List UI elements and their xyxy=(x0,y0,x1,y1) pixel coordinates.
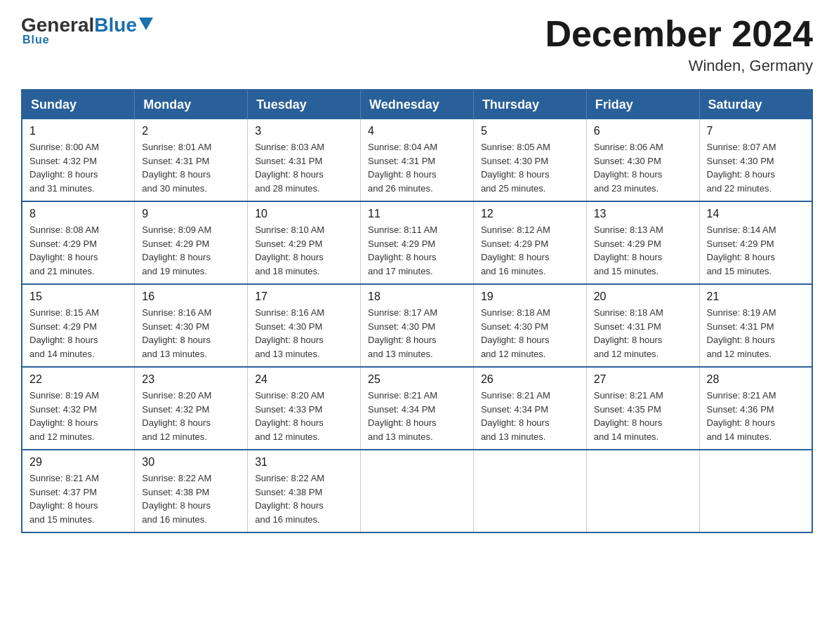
calendar-cell: 28 Sunrise: 8:21 AMSunset: 4:36 PMDaylig… xyxy=(699,367,812,450)
header-friday: Friday xyxy=(586,90,699,119)
calendar-cell: 9 Sunrise: 8:09 AMSunset: 4:29 PMDayligh… xyxy=(135,201,248,284)
calendar-cell: 24 Sunrise: 8:20 AMSunset: 4:33 PMDaylig… xyxy=(248,367,361,450)
week-row-5: 29 Sunrise: 8:21 AMSunset: 4:37 PMDaylig… xyxy=(22,450,812,532)
calendar-table: SundayMondayTuesdayWednesdayThursdayFrid… xyxy=(21,89,813,533)
day-info: Sunrise: 8:19 AMSunset: 4:32 PMDaylight:… xyxy=(29,390,99,442)
day-info: Sunrise: 8:21 AMSunset: 4:35 PMDaylight:… xyxy=(594,390,663,442)
calendar-cell: 7 Sunrise: 8:07 AMSunset: 4:30 PMDayligh… xyxy=(699,119,812,201)
logo-underline: Blue xyxy=(22,34,50,46)
calendar-cell: 18 Sunrise: 8:17 AMSunset: 4:30 PMDaylig… xyxy=(361,284,474,367)
header-saturday: Saturday xyxy=(699,90,812,119)
day-number: 6 xyxy=(594,125,692,137)
day-number: 5 xyxy=(481,125,579,137)
day-number: 28 xyxy=(707,373,805,386)
calendar-cell: 17 Sunrise: 8:16 AMSunset: 4:30 PMDaylig… xyxy=(248,284,361,367)
day-number: 10 xyxy=(255,208,353,220)
week-row-2: 8 Sunrise: 8:08 AMSunset: 4:29 PMDayligh… xyxy=(22,201,812,284)
day-number: 24 xyxy=(255,373,353,386)
day-info: Sunrise: 8:05 AMSunset: 4:30 PMDaylight:… xyxy=(481,142,550,194)
day-number: 29 xyxy=(29,456,127,469)
day-info: Sunrise: 8:16 AMSunset: 4:30 PMDaylight:… xyxy=(142,307,211,359)
calendar-cell: 22 Sunrise: 8:19 AMSunset: 4:32 PMDaylig… xyxy=(22,367,135,450)
day-number: 14 xyxy=(707,208,805,220)
calendar-cell: 29 Sunrise: 8:21 AMSunset: 4:37 PMDaylig… xyxy=(22,450,135,532)
calendar-cell: 4 Sunrise: 8:04 AMSunset: 4:31 PMDayligh… xyxy=(361,119,474,201)
day-number: 12 xyxy=(481,208,579,220)
calendar-cell: 6 Sunrise: 8:06 AMSunset: 4:30 PMDayligh… xyxy=(586,119,699,201)
calendar-cell: 23 Sunrise: 8:20 AMSunset: 4:32 PMDaylig… xyxy=(135,367,248,450)
day-number: 11 xyxy=(368,208,466,220)
calendar-cell: 5 Sunrise: 8:05 AMSunset: 4:30 PMDayligh… xyxy=(473,119,586,201)
day-info: Sunrise: 8:10 AMSunset: 4:29 PMDaylight:… xyxy=(255,224,324,276)
header-monday: Monday xyxy=(135,90,248,119)
day-info: Sunrise: 8:14 AMSunset: 4:29 PMDaylight:… xyxy=(707,224,776,276)
calendar-cell: 25 Sunrise: 8:21 AMSunset: 4:34 PMDaylig… xyxy=(361,367,474,450)
day-info: Sunrise: 8:20 AMSunset: 4:33 PMDaylight:… xyxy=(255,390,324,442)
day-number: 15 xyxy=(29,290,127,303)
day-info: Sunrise: 8:11 AMSunset: 4:29 PMDaylight:… xyxy=(368,224,437,276)
day-info: Sunrise: 8:18 AMSunset: 4:31 PMDaylight:… xyxy=(594,307,663,359)
day-number: 30 xyxy=(142,456,240,469)
day-info: Sunrise: 8:15 AMSunset: 4:29 PMDaylight:… xyxy=(29,307,99,359)
calendar-cell xyxy=(699,450,812,532)
calendar-cell: 14 Sunrise: 8:14 AMSunset: 4:29 PMDaylig… xyxy=(699,201,812,284)
day-info: Sunrise: 8:18 AMSunset: 4:30 PMDaylight:… xyxy=(481,307,550,359)
calendar-cell: 30 Sunrise: 8:22 AMSunset: 4:38 PMDaylig… xyxy=(135,450,248,532)
calendar-cell: 12 Sunrise: 8:12 AMSunset: 4:29 PMDaylig… xyxy=(473,201,586,284)
calendar-cell: 2 Sunrise: 8:01 AMSunset: 4:31 PMDayligh… xyxy=(135,119,248,201)
calendar-cell: 21 Sunrise: 8:19 AMSunset: 4:31 PMDaylig… xyxy=(699,284,812,367)
day-number: 9 xyxy=(142,208,240,220)
day-number: 31 xyxy=(255,456,353,469)
day-number: 20 xyxy=(594,290,692,303)
calendar-cell xyxy=(586,450,699,532)
day-info: Sunrise: 8:21 AMSunset: 4:37 PMDaylight:… xyxy=(29,473,99,525)
calendar-cell: 16 Sunrise: 8:16 AMSunset: 4:30 PMDaylig… xyxy=(135,284,248,367)
day-number: 4 xyxy=(368,125,466,137)
calendar-cell: 13 Sunrise: 8:13 AMSunset: 4:29 PMDaylig… xyxy=(586,201,699,284)
day-number: 17 xyxy=(255,290,353,303)
calendar-cell: 31 Sunrise: 8:22 AMSunset: 4:38 PMDaylig… xyxy=(248,450,361,532)
day-number: 19 xyxy=(481,290,579,303)
logo: General Blue Blue xyxy=(21,14,153,46)
calendar-cell: 27 Sunrise: 8:21 AMSunset: 4:35 PMDaylig… xyxy=(586,367,699,450)
day-number: 13 xyxy=(594,208,692,220)
day-info: Sunrise: 8:00 AMSunset: 4:32 PMDaylight:… xyxy=(29,142,99,194)
day-number: 23 xyxy=(142,373,240,386)
day-info: Sunrise: 8:07 AMSunset: 4:30 PMDaylight:… xyxy=(707,142,776,194)
calendar-cell: 20 Sunrise: 8:18 AMSunset: 4:31 PMDaylig… xyxy=(586,284,699,367)
month-title: December 2024 xyxy=(545,14,813,54)
day-info: Sunrise: 8:03 AMSunset: 4:31 PMDaylight:… xyxy=(255,142,324,194)
day-info: Sunrise: 8:13 AMSunset: 4:29 PMDaylight:… xyxy=(594,224,663,276)
day-info: Sunrise: 8:01 AMSunset: 4:31 PMDaylight:… xyxy=(142,142,211,194)
calendar-cell xyxy=(361,450,474,532)
calendar-cell: 19 Sunrise: 8:18 AMSunset: 4:30 PMDaylig… xyxy=(473,284,586,367)
week-row-4: 22 Sunrise: 8:19 AMSunset: 4:32 PMDaylig… xyxy=(22,367,812,450)
day-number: 1 xyxy=(29,125,127,137)
day-info: Sunrise: 8:16 AMSunset: 4:30 PMDaylight:… xyxy=(255,307,324,359)
day-info: Sunrise: 8:04 AMSunset: 4:31 PMDaylight:… xyxy=(368,142,437,194)
day-number: 26 xyxy=(481,373,579,386)
calendar-cell: 1 Sunrise: 8:00 AMSunset: 4:32 PMDayligh… xyxy=(22,119,135,201)
logo-blue-text: Blue xyxy=(94,14,137,36)
day-info: Sunrise: 8:22 AMSunset: 4:38 PMDaylight:… xyxy=(255,473,324,525)
title-block: December 2024 Winden, Germany xyxy=(545,14,813,75)
day-info: Sunrise: 8:06 AMSunset: 4:30 PMDaylight:… xyxy=(594,142,663,194)
calendar-cell: 15 Sunrise: 8:15 AMSunset: 4:29 PMDaylig… xyxy=(22,284,135,367)
day-number: 21 xyxy=(707,290,805,303)
day-number: 7 xyxy=(707,125,805,137)
day-number: 22 xyxy=(29,373,127,386)
day-info: Sunrise: 8:22 AMSunset: 4:38 PMDaylight:… xyxy=(142,473,211,525)
calendar-cell: 3 Sunrise: 8:03 AMSunset: 4:31 PMDayligh… xyxy=(248,119,361,201)
header-thursday: Thursday xyxy=(473,90,586,119)
day-info: Sunrise: 8:08 AMSunset: 4:29 PMDaylight:… xyxy=(29,224,99,276)
day-info: Sunrise: 8:19 AMSunset: 4:31 PMDaylight:… xyxy=(707,307,776,359)
day-number: 2 xyxy=(142,125,240,137)
header-tuesday: Tuesday xyxy=(248,90,361,119)
logo-triangle-icon xyxy=(139,18,153,30)
week-row-1: 1 Sunrise: 8:00 AMSunset: 4:32 PMDayligh… xyxy=(22,119,812,201)
day-info: Sunrise: 8:21 AMSunset: 4:34 PMDaylight:… xyxy=(368,390,437,442)
day-number: 27 xyxy=(594,373,692,386)
day-info: Sunrise: 8:21 AMSunset: 4:34 PMDaylight:… xyxy=(481,390,550,442)
day-info: Sunrise: 8:09 AMSunset: 4:29 PMDaylight:… xyxy=(142,224,211,276)
day-number: 3 xyxy=(255,125,353,137)
